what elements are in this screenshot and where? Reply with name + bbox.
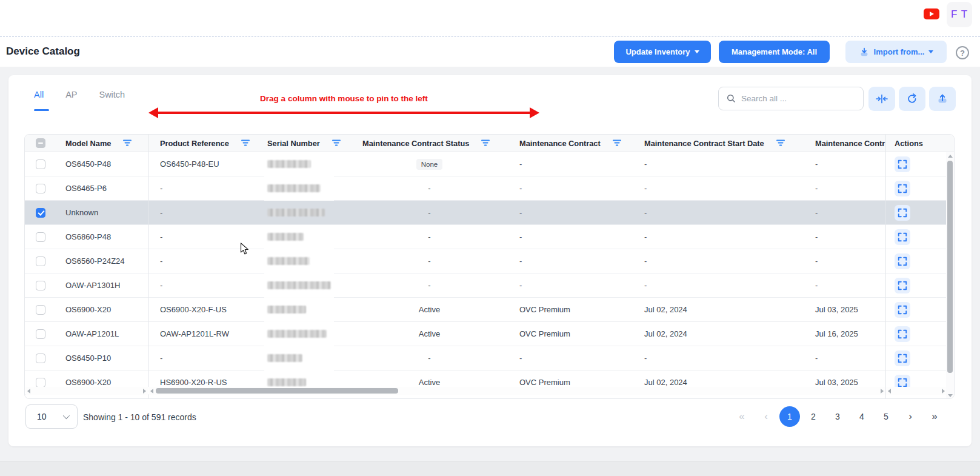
expand-row-button[interactable] xyxy=(895,302,910,318)
cell-end-date: - xyxy=(813,152,885,176)
serial-redacted xyxy=(267,257,310,265)
table-row[interactable]: OS6560-P24Z24 - - - - - xyxy=(25,249,954,273)
table-row[interactable]: OAW-AP1201L OAW-AP1201L-RW Active OVC Pr… xyxy=(25,322,954,346)
cell-start-date: - xyxy=(637,176,813,200)
vertical-scrollbar[interactable] xyxy=(946,152,954,399)
cell-product-reference: - xyxy=(148,249,258,273)
search-box xyxy=(718,87,864,110)
page-number-button[interactable]: 1 xyxy=(779,406,800,427)
expand-row-button[interactable] xyxy=(895,181,910,196)
page-number-button[interactable]: 4 xyxy=(851,406,873,427)
actions-column-separator xyxy=(885,135,886,399)
filter-icon[interactable] xyxy=(241,139,250,148)
row-checkbox[interactable] xyxy=(36,232,45,242)
expand-row-button[interactable] xyxy=(895,350,910,366)
column-header-contract-start-date[interactable]: Maintenance Contract Start Date xyxy=(644,139,764,148)
last-page-button[interactable]: » xyxy=(924,406,945,427)
annotation-text: Drag a column with mouse to pin to the l… xyxy=(148,94,539,103)
table-row[interactable]: OS6860-P48 - - - - - xyxy=(25,225,954,249)
cell-contract: - xyxy=(504,273,637,297)
expand-row-button[interactable] xyxy=(895,278,910,293)
tab-switch[interactable]: Switch xyxy=(99,90,125,99)
update-inventory-button[interactable]: Update Inventory xyxy=(614,41,711,63)
horizontal-scrollbar-thumb[interactable] xyxy=(156,388,398,394)
expand-row-button[interactable] xyxy=(895,229,910,245)
cell-end-date: Jul 16, 2025 xyxy=(813,322,885,346)
filter-icon[interactable] xyxy=(123,139,132,148)
row-checkbox[interactable] xyxy=(36,378,45,387)
active-tab-underline xyxy=(34,109,49,111)
expand-row-button[interactable] xyxy=(895,205,910,221)
column-header-serial-number[interactable]: Serial Number xyxy=(267,139,320,148)
tab-bar: All AP Switch xyxy=(34,90,125,99)
row-checkbox[interactable] xyxy=(36,256,45,266)
cell-product-reference: - xyxy=(148,225,258,249)
column-header-model-name[interactable]: Model Name xyxy=(65,139,111,148)
cell-contract: OVC Premium xyxy=(504,298,637,321)
table-row[interactable]: OS6450-P10 - - - - - xyxy=(25,346,954,370)
column-header-contract-status[interactable]: Maintenance Contract Status xyxy=(362,139,469,148)
row-checkbox[interactable] xyxy=(36,159,45,169)
filter-icon[interactable] xyxy=(332,139,341,148)
previous-page-button[interactable]: ‹ xyxy=(755,406,777,427)
search-input[interactable] xyxy=(741,94,853,103)
help-icon[interactable]: ? xyxy=(956,46,969,59)
refresh-button[interactable] xyxy=(899,87,925,111)
expand-icon xyxy=(898,159,907,169)
main-horizontal-scrollbar[interactable] xyxy=(148,387,885,395)
cell-contract: - xyxy=(504,249,637,273)
device-table: Model Name Product Reference Serial Numb… xyxy=(24,134,955,399)
row-checkbox[interactable] xyxy=(36,184,45,193)
page-number-button[interactable]: 2 xyxy=(802,406,824,427)
column-header-product-reference[interactable]: Product Reference xyxy=(160,139,229,148)
filter-icon[interactable] xyxy=(481,139,490,148)
first-page-button[interactable]: « xyxy=(731,406,753,427)
page-size-value: 10 xyxy=(26,412,47,421)
page-size-select[interactable]: 10 xyxy=(25,404,78,429)
row-checkbox[interactable] xyxy=(36,354,45,363)
cell-status: - xyxy=(355,346,504,370)
import-from-button[interactable]: Import from... xyxy=(845,41,947,63)
expand-icon xyxy=(898,354,907,363)
row-checkbox[interactable] xyxy=(36,208,45,218)
expand-icon xyxy=(898,378,907,387)
cell-product-reference: OAW-AP1201L-RW xyxy=(148,322,258,346)
refresh-icon xyxy=(906,93,918,105)
cell-contract: OVC Premium xyxy=(504,322,637,346)
vertical-scrollbar-thumb[interactable] xyxy=(947,161,953,373)
table-row[interactable]: OS6450-P48 OS6450-P48-EU None - - - xyxy=(25,152,954,176)
table-row[interactable]: Unknown - - - - - xyxy=(25,201,954,225)
tab-all[interactable]: All xyxy=(34,90,44,99)
youtube-icon[interactable] xyxy=(924,8,939,19)
table-row[interactable]: OS6900-X20 OS6900-X20-F-US Active OVC Pr… xyxy=(25,298,954,322)
expand-row-button[interactable] xyxy=(895,253,910,269)
row-checkbox[interactable] xyxy=(36,281,45,290)
export-button[interactable] xyxy=(929,87,956,111)
column-header-contract-end-date[interactable]: Maintenance Contr xyxy=(815,139,885,148)
row-checkbox[interactable] xyxy=(36,329,45,339)
filter-icon[interactable] xyxy=(776,139,785,148)
filter-icon[interactable] xyxy=(613,139,621,148)
cell-end-date: - xyxy=(813,176,885,200)
actions-horizontal-scrollbar[interactable] xyxy=(886,387,947,395)
page-number-button[interactable]: 3 xyxy=(827,406,848,427)
tab-ap[interactable]: AP xyxy=(65,90,77,99)
select-all-checkbox[interactable] xyxy=(36,138,45,148)
table-row[interactable]: OS6465-P6 - - - - - xyxy=(25,176,954,201)
cell-start-date: - xyxy=(637,273,813,297)
cell-model: OS6560-P24Z24 xyxy=(56,249,148,273)
column-header-contract[interactable]: Maintenance Contract xyxy=(519,139,601,148)
table-body: OS6450-P48 OS6450-P48-EU None - - - OS64… xyxy=(25,152,954,395)
serial-redacted xyxy=(267,354,302,362)
next-page-button[interactable]: › xyxy=(899,406,921,427)
page-number-button[interactable]: 5 xyxy=(875,406,897,427)
collapse-columns-button[interactable] xyxy=(868,87,895,111)
management-mode-button[interactable]: Management Mode: All xyxy=(719,41,830,63)
pinned-horizontal-scrollbar[interactable] xyxy=(25,387,148,395)
user-initials-avatar[interactable]: F T xyxy=(947,2,972,27)
row-checkbox[interactable] xyxy=(36,305,45,315)
expand-row-button[interactable] xyxy=(895,326,910,342)
table-row[interactable]: OAW-AP1301H - - - - - xyxy=(25,273,954,298)
pagination-pages: 12345 xyxy=(779,406,897,427)
expand-row-button[interactable] xyxy=(895,156,910,172)
